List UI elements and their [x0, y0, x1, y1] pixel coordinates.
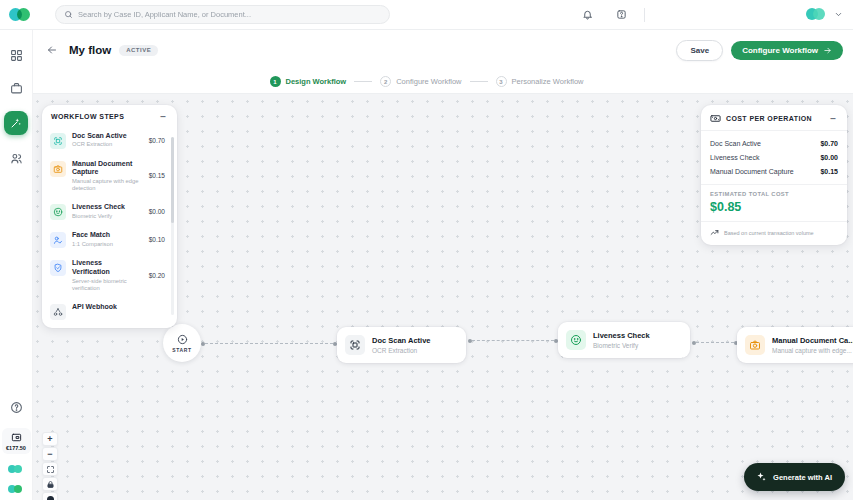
- list-item-doc-scan[interactable]: Doc Scan Active OCR Extraction $0.70: [48, 126, 167, 154]
- cost-row-label: Doc Scan Active: [710, 140, 761, 147]
- node-manual-document[interactable]: Manual Document Ca... Manual capture wit…: [737, 327, 853, 363]
- footer-logo-teal[interactable]: [8, 465, 24, 474]
- camera-icon: [745, 335, 765, 355]
- table-row: Manual Document Capture $0.15: [710, 164, 838, 178]
- sidebar-help-button[interactable]: [6, 397, 26, 417]
- list-item-face-match[interactable]: Face Match 1:1 Comparison $0.10: [48, 226, 167, 254]
- node-subtitle: Biometric Verify: [593, 342, 650, 349]
- list-item-liveness-check[interactable]: Liveness Check Biometric Verify $0.00: [48, 198, 167, 226]
- step-number: 3: [496, 76, 507, 87]
- play-circle-icon: [177, 334, 188, 345]
- workflow-canvas[interactable]: START Doc Scan Active OCR Extraction Liv…: [0, 94, 853, 500]
- item-title: Manual Document Capture: [72, 160, 141, 178]
- banknote-icon: [710, 113, 721, 124]
- bell-icon: [582, 9, 593, 20]
- briefcase-icon: [10, 82, 23, 95]
- stepper-connector: [470, 81, 488, 82]
- item-price: $0.00: [149, 208, 165, 215]
- fit-view-icon: [46, 465, 55, 474]
- account-menu-button[interactable]: [834, 10, 843, 19]
- help-button[interactable]: [612, 6, 630, 24]
- save-button[interactable]: Save: [676, 40, 723, 61]
- generate-with-ai-button[interactable]: Generate with AI: [744, 463, 845, 491]
- item-title: API Webhook: [72, 303, 165, 312]
- magic-wand-icon: [10, 117, 22, 129]
- topbar: [0, 0, 853, 30]
- step-number: 2: [380, 76, 391, 87]
- canvas-controls: + −: [42, 432, 58, 500]
- stepper-connector: [354, 81, 372, 82]
- person-check-icon: [50, 232, 66, 248]
- item-title: Face Match: [72, 231, 141, 240]
- node-liveness-check[interactable]: Liveness Check Biometric Verify: [558, 322, 690, 358]
- list-item-liveness-verification[interactable]: Liveness Verification Server-side biomet…: [48, 254, 167, 298]
- list-item-api-webhook[interactable]: API Webhook: [48, 298, 167, 326]
- chevron-down-icon: [834, 10, 843, 19]
- app-logo[interactable]: [9, 8, 33, 22]
- table-row: Doc Scan Active $0.70: [710, 136, 838, 150]
- left-sidebar: €177.50: [0, 30, 33, 500]
- cost-row-value: $0.70: [820, 140, 838, 147]
- cost-footnote: Based on current transaction volume: [724, 230, 814, 236]
- workflow-steps-title: WORKFLOW STEPS: [51, 113, 124, 120]
- edge-liveness-manual: [696, 342, 734, 343]
- node-doc-scan[interactable]: Doc Scan Active OCR Extraction: [337, 327, 466, 363]
- step-number: 1: [270, 76, 281, 87]
- workflow-steps-panel: WORKFLOW STEPS − Doc Scan Active OCR Ext…: [42, 105, 177, 328]
- collapse-panel-button[interactable]: −: [158, 114, 168, 120]
- generate-with-ai-label: Generate with AI: [773, 473, 832, 482]
- scan-icon: [345, 335, 365, 355]
- sidebar-item-workflow-builder[interactable]: [4, 111, 28, 135]
- webhook-icon: [50, 304, 66, 320]
- help-square-icon: [616, 9, 627, 20]
- topbar-divider: [644, 8, 645, 22]
- search-icon: [64, 10, 73, 19]
- logo-dot-green: [17, 8, 30, 21]
- notifications-button[interactable]: [578, 6, 596, 24]
- start-node[interactable]: START: [163, 324, 201, 362]
- zoom-out-button[interactable]: −: [42, 447, 58, 461]
- estimated-total-value: $0.85: [710, 200, 838, 214]
- search-bar[interactable]: [55, 5, 390, 24]
- fit-view-button[interactable]: [42, 462, 58, 476]
- start-node-label: START: [172, 347, 191, 353]
- sidebar-item-cases[interactable]: [6, 78, 26, 98]
- lock-button[interactable]: [42, 477, 58, 491]
- item-price: $0.15: [149, 172, 165, 179]
- stepper-step-configure[interactable]: 2 Configure Workflow: [380, 76, 461, 87]
- node-title: Liveness Check: [593, 331, 650, 340]
- zoom-in-button[interactable]: +: [42, 432, 58, 446]
- edge-start-docscan: [205, 343, 333, 344]
- item-subtitle: Server-side biometric verification: [72, 278, 141, 292]
- item-subtitle: Biometric Verify: [72, 213, 141, 220]
- collapse-panel-button[interactable]: −: [828, 116, 838, 122]
- configure-workflow-button[interactable]: Configure Workflow: [731, 41, 843, 60]
- item-price: $0.20: [149, 272, 165, 279]
- dot-icon: [47, 496, 54, 500]
- step-label: Personalize Workflow: [512, 77, 584, 86]
- step-label: Configure Workflow: [396, 77, 461, 86]
- sidebar-item-users[interactable]: [6, 148, 26, 168]
- stepper-step-design[interactable]: 1 Design Workflow: [270, 76, 347, 87]
- stepper-step-personalize[interactable]: 3 Personalize Workflow: [496, 76, 584, 87]
- wallet-balance-widget[interactable]: €177.50: [2, 428, 31, 454]
- back-button[interactable]: [46, 42, 62, 58]
- sidebar-item-dashboard[interactable]: [6, 45, 26, 65]
- camera-icon: [50, 161, 66, 177]
- help-circle-icon: [10, 401, 23, 414]
- scan-icon: [50, 133, 66, 149]
- user-avatar[interactable]: [806, 8, 828, 21]
- smiley-icon: [566, 330, 586, 350]
- smiley-icon: [50, 204, 66, 220]
- app-root: My flow ACTIVE Save Configure Workflow 1…: [0, 0, 853, 500]
- cost-per-operation-panel: COST PER OPERATION − Doc Scan Active $0.…: [701, 105, 847, 245]
- list-item-manual-capture[interactable]: Manual Document Capture Manual capture w…: [48, 154, 167, 198]
- cost-row-label: Manual Document Capture: [710, 168, 794, 175]
- scrollbar-thumb[interactable]: [171, 137, 174, 223]
- status-badge: ACTIVE: [119, 45, 158, 56]
- cost-rows: Doc Scan Active $0.70 Liveness Check $0.…: [701, 131, 847, 180]
- minimap-toggle-button[interactable]: [42, 492, 58, 500]
- item-subtitle: Manual capture with edge detection: [72, 178, 141, 192]
- footer-logo-green[interactable]: [8, 485, 24, 494]
- search-input[interactable]: [78, 10, 381, 19]
